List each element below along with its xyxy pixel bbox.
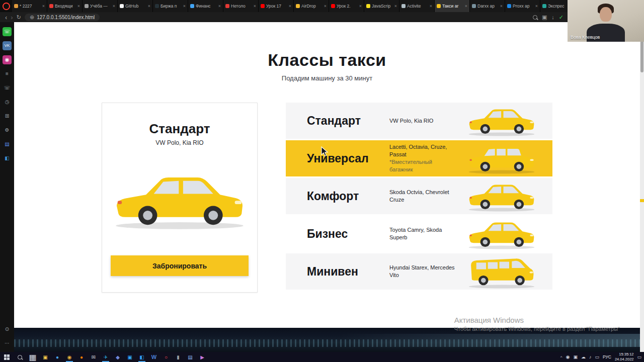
taxi-classes-page: Классы такси Подадим машину за 30 минут … xyxy=(14,22,640,352)
history-icon[interactable]: ◷ xyxy=(3,98,12,107)
taskbar-app-mail[interactable]: ✉ xyxy=(88,352,100,362)
tab-close-icon[interactable]: × xyxy=(500,4,503,9)
taxi-class-row-business[interactable]: Бизнес Toyota Camry, Skoda Superb xyxy=(286,216,552,252)
taskbar-app-discord[interactable]: ◆ xyxy=(112,352,124,362)
start-button[interactable] xyxy=(0,352,13,362)
taskbar-app-opera[interactable]: ○ xyxy=(160,352,172,362)
tab-close-icon[interactable]: × xyxy=(535,4,538,9)
whatsapp-icon[interactable]: ☏ xyxy=(3,27,12,36)
browser-tab[interactable]: Нетоло× xyxy=(223,0,259,12)
zoom-icon[interactable] xyxy=(533,15,537,20)
taxi-class-row-comfort[interactable]: Комфорт Skoda Octvia, Chevrolet Cruze xyxy=(286,178,552,214)
calls-icon[interactable]: ☏ xyxy=(3,83,12,93)
settings-gear-icon[interactable]: ⚙ xyxy=(3,126,12,135)
tab-close-icon[interactable]: × xyxy=(359,4,362,9)
taskbar-app-word[interactable]: W xyxy=(148,352,160,362)
taskbar-app-chrome[interactable]: ◉ xyxy=(63,352,75,362)
class-models: Lacetti, Octavia, Cruze, Passat *Вместит… xyxy=(389,143,456,173)
obs-tray-icon[interactable]: ◉ xyxy=(566,354,570,359)
url-text[interactable]: 127.0.0.1:5501/index.html xyxy=(37,15,95,20)
taskbar-app-photoshop[interactable]: ▣ xyxy=(124,352,136,362)
tab-favicon xyxy=(296,4,300,8)
tab-close-icon[interactable]: × xyxy=(42,4,45,9)
taxi-class-row-universal[interactable]: Универсал Lacetti, Octavia, Cruze, Passa… xyxy=(286,140,552,176)
back-icon[interactable]: ‹ xyxy=(5,14,7,21)
tab-close-icon[interactable]: × xyxy=(77,4,80,9)
browser-tab[interactable]: Урок 17× xyxy=(259,0,294,12)
tab-label: Нетоло xyxy=(231,4,252,9)
tab-close-icon[interactable]: × xyxy=(324,4,327,9)
bookmarks-icon[interactable]: ▤ xyxy=(3,140,12,149)
vk-icon[interactable]: VK xyxy=(3,41,12,50)
taskbar-app-explorer[interactable]: ▣ xyxy=(39,352,51,362)
hidden-icons-chevron[interactable]: ^ xyxy=(560,355,562,359)
taxi-class-row-standard[interactable]: Стандарт VW Polo, Kia RIO xyxy=(286,103,552,139)
download-icon[interactable]: ↓ xyxy=(551,15,554,20)
tab-favicon xyxy=(14,4,18,8)
tab-close-icon[interactable]: × xyxy=(183,4,186,9)
profile-icon[interactable]: ⊙ xyxy=(3,325,12,334)
browser-tab[interactable]: Activite× xyxy=(399,0,435,12)
book-button[interactable]: Забронировать xyxy=(111,255,249,276)
browser-tab[interactable]: Финанс× xyxy=(188,0,223,12)
cloud-tray-icon[interactable]: ☁ xyxy=(581,354,586,359)
taskbar-app-player[interactable]: ▶ xyxy=(196,352,208,362)
defender-tray-icon[interactable]: ▣ xyxy=(573,354,578,359)
browser-tab[interactable]: GitHub× xyxy=(118,0,153,12)
taskbar-app-firefox[interactable]: ● xyxy=(75,352,88,362)
screenshot-icon[interactable]: ▣ xyxy=(542,15,547,20)
more-icon[interactable]: ⋯ xyxy=(3,339,12,348)
tab-close-icon[interactable]: × xyxy=(148,4,150,9)
tab-close-icon[interactable]: × xyxy=(465,4,467,9)
browser-tab[interactable]: Биржа п× xyxy=(153,0,188,12)
messenger-sidebar: ☏ VK ◉ ≡ ☏ ◷ ⊞ ⚙ ▤ ◧ ⊙ ⋯ xyxy=(0,22,14,352)
taskbar-app-vscode[interactable]: ◧ xyxy=(136,352,148,362)
instagram-icon[interactable]: ◉ xyxy=(3,55,12,64)
taskbar-app-terminal[interactable]: ▮ xyxy=(172,352,184,362)
tab-close-icon[interactable]: × xyxy=(289,4,291,9)
webcam-overlay[interactable]: Вова Клевцов xyxy=(568,0,644,42)
forward-icon[interactable]: › xyxy=(11,14,13,21)
tab-label: AirDrop xyxy=(301,4,323,9)
address-bar[interactable]: ⊕ 127.0.0.1:5501/index.html xyxy=(25,14,100,21)
browser-tab[interactable]: AirDrop× xyxy=(294,0,329,12)
browser-tab[interactable]: JavaScrip× xyxy=(364,0,399,12)
taskbar-clock[interactable]: 15:35:12 24.04.2022 xyxy=(615,352,634,362)
tab-close-icon[interactable]: × xyxy=(394,4,397,9)
taskbar-app-telegram[interactable]: ✈ xyxy=(100,352,112,362)
desktop: * 2227× Входящи× Учёба —× GitHub× Биржа … xyxy=(0,0,644,362)
battery-tray-icon[interactable]: ▭ xyxy=(595,354,599,359)
adblock-shield-icon[interactable]: ✓ xyxy=(559,15,564,20)
taskbar-app-edge[interactable]: ● xyxy=(51,352,63,362)
browser-tab[interactable]: Учёба —× xyxy=(83,0,118,12)
taxi-car-image xyxy=(464,178,539,214)
tab-close-icon[interactable]: × xyxy=(113,4,115,9)
tab-label: Учёба — xyxy=(90,4,111,9)
browser-menu-icon[interactable] xyxy=(0,0,12,12)
windows-taskbar: ▦ ▣ ● ◉ ● ✉ ✈ ◆ ▣ ◧ W ○ ▮ ▤ ▶ ^ ◉ ▣ ☁ ♪ … xyxy=(0,352,644,362)
browser-tab[interactable]: Proxx ap× xyxy=(505,0,540,12)
browser-tab[interactable]: Входящи× xyxy=(47,0,83,12)
class-note: *Вместительный багажник xyxy=(389,158,456,173)
browser-tab[interactable]: * 2227× xyxy=(12,0,47,12)
tab-close-icon[interactable]: × xyxy=(254,4,256,9)
taskbar-search-button[interactable] xyxy=(13,352,26,362)
page-scrollbar[interactable] xyxy=(640,22,644,352)
tab-close-icon[interactable]: × xyxy=(218,4,221,9)
reload-icon[interactable]: ↻ xyxy=(17,15,21,20)
taskbar-app-notes[interactable]: ▤ xyxy=(184,352,196,362)
site-globe-icon: ⊕ xyxy=(30,15,34,20)
menu-icon[interactable]: ≡ xyxy=(3,69,12,78)
volume-tray-icon[interactable]: ♪ xyxy=(589,354,592,359)
browser-tab[interactable]: Урок 2.× xyxy=(329,0,364,12)
language-indicator[interactable]: РУС xyxy=(603,354,611,359)
vscode-icon[interactable]: ◧ xyxy=(3,154,12,163)
tab-close-icon[interactable]: × xyxy=(430,4,432,9)
taxi-class-row-minivan[interactable]: Минивен Hyundai Starex, Mercedes Vito xyxy=(286,253,552,290)
browser-tab[interactable]: Darxx ap× xyxy=(470,0,505,12)
browser-tab-active[interactable]: Такси аг× xyxy=(435,0,470,12)
extensions-icon[interactable]: ⊞ xyxy=(3,112,12,121)
tab-favicon xyxy=(190,4,194,8)
notification-center-icon[interactable]: ▭ xyxy=(637,354,641,359)
task-view-button[interactable]: ▦ xyxy=(26,352,39,362)
